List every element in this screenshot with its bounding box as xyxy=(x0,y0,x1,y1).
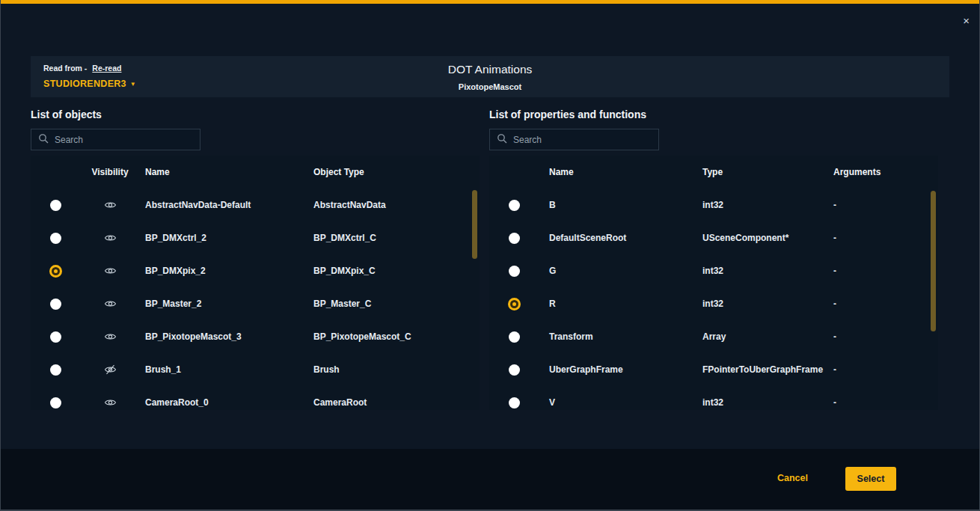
object-type: BP_Master_C xyxy=(308,299,480,309)
eye-icon[interactable] xyxy=(104,200,117,210)
close-icon[interactable]: × xyxy=(963,15,970,26)
property-type: int32 xyxy=(692,266,823,276)
row-radio[interactable] xyxy=(509,233,520,244)
objects-search[interactable] xyxy=(31,129,200,150)
object-name: BP_DMXpix_2 xyxy=(140,266,308,276)
property-arguments: - xyxy=(823,397,938,408)
object-type: CameraRoot xyxy=(308,397,480,408)
column-header-name: Name xyxy=(140,167,308,177)
object-name: BP_Master_2 xyxy=(140,299,308,309)
property-arguments: - xyxy=(823,200,938,210)
row-radio[interactable] xyxy=(50,299,61,310)
property-name: G xyxy=(539,266,692,276)
property-type: int32 xyxy=(692,397,823,408)
dialog-subtitle: PixotopeMascot xyxy=(31,82,949,91)
row-radio[interactable] xyxy=(509,200,520,211)
object-type: AbstractNavData xyxy=(308,200,480,210)
column-header-type: Type xyxy=(692,167,823,177)
properties-table: Name Type Arguments Bint32-DefaultSceneR… xyxy=(489,156,938,410)
properties-panel-title: List of properties and functions xyxy=(489,108,646,120)
row-radio[interactable] xyxy=(509,331,520,343)
row-radio[interactable] xyxy=(509,397,520,409)
property-type: Array xyxy=(692,331,823,342)
objects-panel-title: List of objects xyxy=(31,108,102,120)
object-row[interactable]: BP_PixotopeMascot_3BP_PixotopeMascot_C xyxy=(31,320,480,353)
object-type: BP_PixotopeMascot_C xyxy=(308,331,480,342)
property-name: R xyxy=(539,299,692,309)
property-row[interactable]: UberGraphFrameFPointerToUberGraphFrame- xyxy=(489,353,938,386)
property-row[interactable]: Rint32- xyxy=(489,287,938,320)
property-type: int32 xyxy=(692,299,823,309)
property-name: B xyxy=(539,200,692,210)
property-arguments: - xyxy=(823,331,938,342)
row-radio[interactable] xyxy=(50,233,61,244)
property-row[interactable]: Vint32- xyxy=(489,386,938,410)
object-row[interactable]: BP_DMXpix_2BP_DMXpix_C xyxy=(31,254,480,287)
property-arguments: - xyxy=(823,364,938,375)
object-name: CameraRoot_0 xyxy=(140,397,308,408)
row-radio[interactable] xyxy=(508,298,521,310)
row-radio[interactable] xyxy=(509,266,520,277)
properties-table-header: Name Type Arguments xyxy=(489,156,938,189)
objects-table-header: Visibility Name Object Type xyxy=(31,156,480,189)
object-row[interactable]: BP_Master_2BP_Master_C xyxy=(31,287,480,320)
objects-table: Visibility Name Object Type AbstractNavD… xyxy=(31,156,480,410)
row-radio[interactable] xyxy=(50,364,61,376)
eye-off-icon[interactable] xyxy=(104,364,117,375)
object-row[interactable]: AbstractNavData-DefaultAbstractNavData xyxy=(31,189,480,221)
dialog-title: DOT Animations xyxy=(31,63,949,76)
object-name: AbstractNavData-Default xyxy=(140,200,308,210)
column-header-visibility: Visibility xyxy=(91,167,128,177)
row-radio[interactable] xyxy=(50,200,61,211)
eye-icon[interactable] xyxy=(104,233,117,243)
column-header-name: Name xyxy=(539,167,692,177)
property-row[interactable]: DefaultSceneRootUSceneComponent*- xyxy=(489,221,938,254)
properties-search[interactable] xyxy=(489,129,659,150)
object-name: BP_DMXctrl_2 xyxy=(140,233,308,243)
object-type: Brush xyxy=(308,364,480,375)
object-name: BP_PixotopeMascot_3 xyxy=(140,331,308,342)
property-type: FPointerToUberGraphFrame xyxy=(692,364,823,375)
row-radio[interactable] xyxy=(50,331,61,343)
search-icon xyxy=(38,133,49,147)
property-name: UberGraphFrame xyxy=(539,364,692,375)
property-name: DefaultSceneRoot xyxy=(539,233,692,243)
property-row[interactable]: Bint32- xyxy=(489,189,938,221)
search-icon xyxy=(497,133,507,147)
property-row[interactable]: Gint32- xyxy=(489,254,938,287)
object-row[interactable]: CameraRoot_0CameraRoot xyxy=(31,386,480,410)
dialog-footer: Cancel Select xyxy=(1,449,980,510)
top-accent-bar xyxy=(1,0,979,4)
objects-scrollbar[interactable] xyxy=(472,190,477,259)
object-type: BP_DMXctrl_C xyxy=(308,233,480,243)
properties-search-input[interactable] xyxy=(513,135,652,145)
property-arguments: - xyxy=(823,266,938,276)
select-button[interactable]: Select xyxy=(845,467,896,491)
dialog-window: × Read from -Re-read STUDIORENDER3▼ DOT … xyxy=(0,0,980,511)
row-radio[interactable] xyxy=(50,397,61,409)
objects-search-input[interactable] xyxy=(55,135,193,145)
eye-icon[interactable] xyxy=(104,397,117,408)
properties-table-body: Bint32-DefaultSceneRootUSceneComponent*-… xyxy=(489,189,938,410)
column-header-arguments: Arguments xyxy=(823,167,938,177)
property-type: USceneComponent* xyxy=(692,233,823,243)
eye-icon[interactable] xyxy=(104,331,117,342)
object-row[interactable]: BP_DMXctrl_2BP_DMXctrl_C xyxy=(31,221,480,254)
object-row[interactable]: Brush_1Brush xyxy=(31,353,480,386)
property-name: Transform xyxy=(539,331,692,342)
cancel-button[interactable]: Cancel xyxy=(777,473,808,483)
property-type: int32 xyxy=(692,200,823,210)
eye-icon[interactable] xyxy=(104,266,117,276)
property-name: V xyxy=(539,397,692,408)
object-name: Brush_1 xyxy=(140,364,308,375)
property-arguments: - xyxy=(823,299,938,309)
row-radio[interactable] xyxy=(49,265,62,278)
row-radio[interactable] xyxy=(509,364,520,376)
dialog-header: Read from -Re-read STUDIORENDER3▼ DOT An… xyxy=(31,56,949,97)
objects-table-body: AbstractNavData-DefaultAbstractNavData B… xyxy=(31,189,480,410)
property-row[interactable]: TransformArray- xyxy=(489,320,938,353)
properties-scrollbar[interactable] xyxy=(931,191,936,331)
eye-icon[interactable] xyxy=(104,299,117,309)
object-type: BP_DMXpix_C xyxy=(308,266,480,276)
column-header-object-type: Object Type xyxy=(308,167,480,177)
